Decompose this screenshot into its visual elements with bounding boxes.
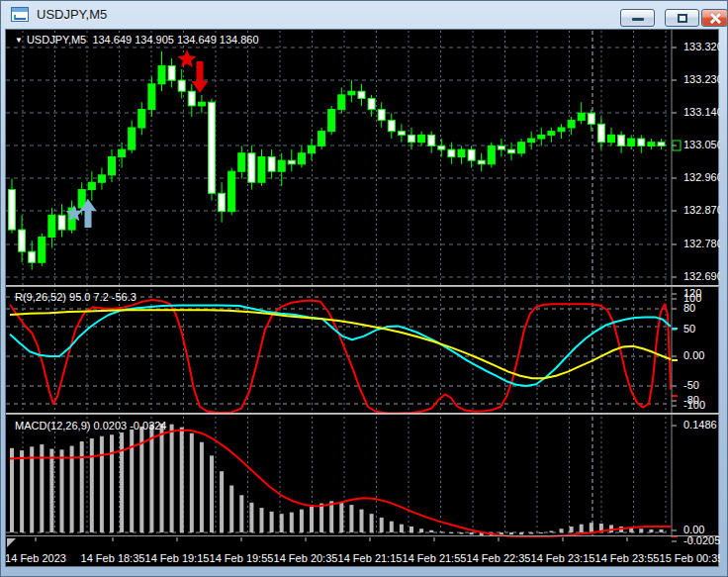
candle-body [548,132,555,136]
macd-histogram-bar [460,532,464,534]
candle-body [578,113,585,120]
panel-separator[interactable] [6,285,720,287]
candle-body [628,139,635,145]
candle-body [29,251,36,262]
candle-body [138,110,145,128]
candle-body [658,143,665,146]
macd-histogram-bar [349,505,353,532]
panel-separator[interactable] [6,413,720,415]
candle-body [148,84,155,110]
chart-window-icon [11,7,29,22]
candle-body [219,193,226,211]
wpr-axis-label: 80 [683,302,695,314]
mt4-chart-window: USDJPY,M5 133.320133.230133.140133.05013… [0,0,728,577]
candle-body [228,171,235,212]
candle-body [448,149,455,156]
macd-histogram-bar [10,448,14,532]
time-axis-label: 14 Feb 19:15 [145,552,210,564]
macd-histogram-bar [229,485,233,532]
price-axis-label: 132.960 [683,171,720,183]
macd-histogram-bar [149,425,153,532]
candle-body [58,215,65,230]
macd-histogram-bar [429,530,433,532]
wpr-axis-label: -100 [683,399,705,411]
time-axis-label: 14 Feb 20:35 [274,552,338,564]
price-axis-label: 133.320 [683,41,720,52]
candle-body [98,175,105,182]
candle-body [568,121,575,128]
close-icon [710,13,721,24]
macd-histogram-bar [339,502,343,532]
time-axis-label: 14 Feb 23:15 [531,552,595,564]
macd-histogram-bar [370,514,374,532]
candle-body [268,156,275,171]
time-axis-label: 14 Feb 21:55 [403,552,467,564]
restore-icon [678,14,687,23]
close-button[interactable] [701,9,728,27]
chart-shift-marker [7,538,16,547]
macd-histogram-bar [360,510,364,532]
price-axis-label: 133.230 [683,73,720,85]
candle-body [468,149,475,160]
candle-body [19,230,26,251]
candle-body [378,110,385,121]
candle-body [278,160,285,171]
restore-button[interactable] [665,9,699,27]
candle-body [338,95,345,110]
price-axis-label: 132.870 [683,204,720,216]
macd-histogram-bar [319,504,323,532]
sell-signal-star-icon [177,49,196,67]
window-titlebar[interactable]: USDJPY,M5 [1,1,728,29]
wpr-line-slow [10,310,671,378]
macd-histogram-bar [270,512,274,532]
candle-body [618,135,625,145]
macd-histogram-bar [90,438,94,532]
macd-histogram-bar [519,532,523,534]
macd-histogram-bar [200,442,204,532]
candle-body [129,128,136,149]
macd-histogram-bar [60,449,64,532]
candle-body [258,156,265,182]
macd-histogram-bar [649,529,653,532]
axis-separator [6,535,720,536]
macd-histogram-bar [570,527,574,532]
macd-histogram-bar [170,425,174,532]
wpr-indicator-label: R(9,26,52) 95.0 7.2 -56.3 [15,291,136,303]
candle-body [88,182,95,189]
candle-body [348,91,355,95]
candle-body [597,124,604,142]
candle-body [418,135,425,142]
macd-histogram-bar [70,446,74,532]
candle-body [488,145,495,163]
candle-body [498,145,504,149]
macd-histogram-bar [660,529,664,532]
macd-histogram-bar [639,529,643,532]
macd-histogram-bar [220,471,224,532]
chart-dropdown-icon[interactable]: ▼ [15,36,23,45]
minimize-button[interactable] [620,9,655,27]
macd-histogram-bar [20,450,24,532]
chart-client-area[interactable]: 133.320133.230133.140133.050132.960132.8… [5,29,719,567]
macd-histogram-bar [329,501,333,532]
candle-body [608,135,615,142]
candle-body [198,102,205,106]
macd-histogram-bar [100,436,104,532]
candle-body [209,102,216,193]
candle-body [428,135,435,145]
macd-histogram-bar [300,510,304,532]
macd-histogram-bar [210,455,214,532]
candle-body [168,65,175,80]
macd-histogram-bar [110,434,114,532]
macd-histogram-bar [30,446,34,532]
candle-body [309,145,316,152]
candle-body [298,153,305,164]
ohlc-quote-label: ▼USDJPY,M5 134.649 134.905 134.649 134.8… [15,34,259,46]
macd-histogram-bar [290,513,294,532]
macd-histogram-bar [130,430,134,532]
macd-histogram-bar [529,532,533,534]
time-axis-label: 14 Feb 19:55 [210,552,274,564]
candle-body [518,143,525,153]
macd-histogram-bar [310,507,314,532]
macd-histogram-bar [260,508,264,532]
candle-body [358,91,365,98]
